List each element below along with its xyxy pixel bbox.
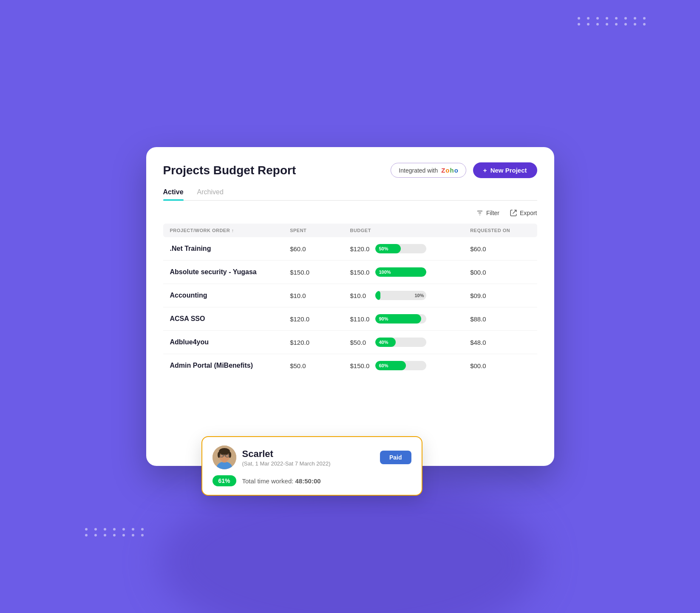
- progress-bar: 100%: [375, 267, 426, 277]
- budget-amount: $150.0: [350, 362, 371, 369]
- table-body: .Net Training $60.0 $120.0 50% $60.0 Abs…: [163, 237, 537, 375]
- requested-amount: $88.0: [470, 315, 530, 323]
- tooltip-name: Scarlet: [242, 448, 331, 460]
- tabs-bar: Active Archived: [163, 188, 537, 201]
- spent-amount: $60.0: [290, 245, 350, 253]
- spent-amount: $50.0: [290, 362, 350, 369]
- filter-icon: [476, 209, 484, 217]
- progress-bar: 60%: [375, 361, 426, 370]
- new-project-label: New Project: [490, 167, 527, 174]
- zoho-logo: Zoho: [441, 167, 458, 174]
- table-header: PROJECT/WORK ORDER ↑ SPENT BUDGET REQUES…: [163, 224, 537, 237]
- toolbar: Filter Export: [163, 209, 537, 217]
- filter-button[interactable]: Filter: [476, 209, 499, 217]
- dots-decoration-bottom: [85, 528, 147, 536]
- tooltip-date: (Sat, 1 Mar 2022-Sat 7 March 2022): [242, 460, 331, 467]
- budget-cell: $50.0 40%: [350, 338, 470, 347]
- col-project: PROJECT/WORK ORDER ↑: [170, 228, 290, 233]
- new-project-button[interactable]: + New Project: [473, 162, 537, 178]
- col-requested: REQUESTED ON: [470, 228, 530, 233]
- tooltip-user-info: Scarlet (Sat, 1 Mar 2022-Sat 7 March 202…: [242, 448, 331, 467]
- budget-amount: $120.0: [350, 245, 371, 253]
- table-row[interactable]: ACSA SSO $120.0 $110.0 90% $88.0: [163, 307, 537, 331]
- budget-amount: $150.0: [350, 269, 371, 276]
- integrated-label: Integrated with: [399, 167, 438, 174]
- requested-amount: $48.0: [470, 339, 530, 346]
- table-row[interactable]: Admin Portal (MiBenefits) $50.0 $150.0 6…: [163, 354, 537, 375]
- filter-label: Filter: [486, 210, 499, 216]
- progress-label: 10%: [414, 293, 424, 298]
- time-value: 48:50:00: [295, 477, 321, 485]
- table-row[interactable]: Adblue4you $120.0 $50.0 40% $48.0: [163, 331, 537, 354]
- budget-amount: $10.0: [350, 292, 371, 299]
- budget-cell: $10.0 10%: [350, 291, 470, 300]
- table-row[interactable]: Absolute security - Yugasa $150.0 $150.0…: [163, 261, 537, 284]
- progress-label: 90%: [379, 316, 388, 321]
- background-blob: [159, 477, 541, 613]
- budget-cell: $110.0 90%: [350, 314, 470, 324]
- progress-bar: 10%: [375, 291, 426, 300]
- spent-amount: $10.0: [290, 292, 350, 299]
- budget-amount: $50.0: [350, 339, 371, 346]
- progress-bar: 90%: [375, 314, 426, 324]
- progress-label: 100%: [379, 270, 391, 275]
- export-icon: [510, 209, 517, 217]
- paid-button[interactable]: Paid: [380, 451, 411, 464]
- time-label: Total time worked: 48:50:00: [242, 477, 321, 485]
- avatar: [213, 446, 236, 469]
- spent-amount: $150.0: [290, 269, 350, 276]
- header-actions: Integrated with Zoho + New Project: [391, 162, 537, 178]
- main-card: Projects Budget Report Integrated with Z…: [146, 147, 554, 466]
- project-name: ACSA SSO: [170, 315, 290, 323]
- budget-cell: $120.0 50%: [350, 244, 470, 253]
- zoho-z: Z: [441, 167, 445, 174]
- project-name: Absolute security - Yugasa: [170, 268, 290, 276]
- page-header: Projects Budget Report Integrated with Z…: [163, 162, 537, 178]
- tooltip-header: Scarlet (Sat, 1 Mar 2022-Sat 7 March 202…: [213, 446, 411, 469]
- progress-label: 50%: [379, 246, 388, 251]
- integrated-button[interactable]: Integrated with Zoho: [391, 163, 466, 178]
- progress-label: 40%: [379, 340, 388, 345]
- percent-badge: 61%: [213, 475, 236, 486]
- page-title: Projects Budget Report: [163, 164, 296, 177]
- requested-amount: $00.0: [470, 269, 530, 276]
- tab-archived[interactable]: Archived: [197, 188, 224, 200]
- zoho-h: h: [450, 167, 454, 174]
- new-project-icon: +: [483, 167, 487, 174]
- budget-amount: $110.0: [350, 315, 371, 323]
- svg-line-3: [513, 210, 516, 213]
- tab-active[interactable]: Active: [163, 188, 184, 200]
- project-name: Adblue4you: [170, 338, 290, 346]
- requested-amount: $60.0: [470, 245, 530, 253]
- tooltip-footer: 61% Total time worked: 48:50:00: [213, 475, 411, 486]
- zoho-o2: o: [454, 167, 458, 174]
- tooltip-card: Scarlet (Sat, 1 Mar 2022-Sat 7 March 202…: [201, 436, 422, 496]
- budget-cell: $150.0 100%: [350, 267, 470, 277]
- table-row[interactable]: .Net Training $60.0 $120.0 50% $60.0: [163, 237, 537, 261]
- progress-fill: [375, 291, 380, 300]
- spent-amount: $120.0: [290, 339, 350, 346]
- table-row[interactable]: Accounting $10.0 $10.0 10% $09.0: [163, 284, 537, 307]
- export-button[interactable]: Export: [510, 209, 537, 217]
- progress-label: 60%: [379, 363, 388, 368]
- budget-cell: $150.0 60%: [350, 361, 470, 370]
- tooltip-user: Scarlet (Sat, 1 Mar 2022-Sat 7 March 202…: [213, 446, 331, 469]
- requested-amount: $00.0: [470, 362, 530, 369]
- dots-decoration-top: [578, 17, 649, 26]
- project-name: Accounting: [170, 292, 290, 299]
- svg-point-8: [219, 448, 230, 455]
- spent-amount: $120.0: [290, 315, 350, 323]
- project-name: Admin Portal (MiBenefits): [170, 362, 290, 369]
- export-label: Export: [520, 210, 537, 216]
- progress-bar: 50%: [375, 244, 426, 253]
- progress-bar: 40%: [375, 338, 426, 347]
- col-spent: SPENT: [290, 228, 350, 233]
- zoho-o1: o: [445, 167, 449, 174]
- col-budget: BUDGET: [350, 228, 470, 233]
- project-name: .Net Training: [170, 245, 290, 253]
- requested-amount: $09.0: [470, 292, 530, 299]
